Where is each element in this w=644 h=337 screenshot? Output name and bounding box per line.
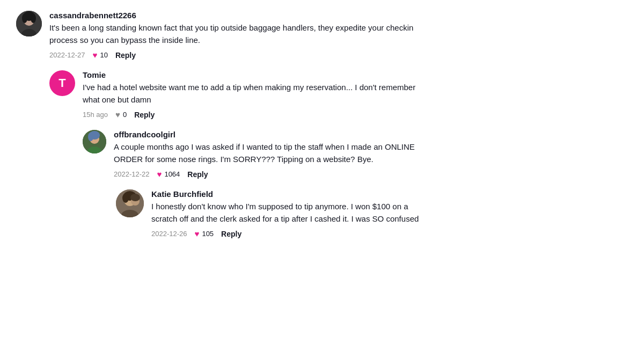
comment-meta-tomie: 15h ago ♥ 0 Reply (83, 110, 435, 119)
comment-text-tomie: I've had a hotel website want me to add … (83, 82, 435, 106)
comment-thread: cassandrabennett2266 It's been a long st… (16, 11, 435, 238)
heart-icon-offbrand[interactable]: ♥ (157, 170, 162, 179)
comment-date-offbrand: 2022-12-22 (114, 170, 150, 178)
comment-text-cassandra: It's been a long standing known fact tha… (49, 22, 435, 46)
comment-date-katie: 2022-12-26 (151, 230, 187, 238)
comment-likes-cassandra: ♥ 10 (93, 50, 108, 60)
avatar-cassandra (16, 11, 42, 36)
reply-button-tomie[interactable]: Reply (134, 111, 155, 119)
heart-icon-cassandra[interactable]: ♥ (93, 50, 98, 60)
svg-point-3 (22, 13, 27, 23)
comment-meta-katie: 2022-12-26 ♥ 105 Reply (151, 229, 435, 238)
reply-button-cassandra[interactable]: Reply (115, 51, 136, 60)
username-tomie: Tomie (83, 70, 435, 79)
like-count-cassandra: 10 (100, 51, 107, 59)
comment-text-offbrand: A couple months ago I was asked if I wan… (114, 141, 435, 165)
comment-offbrand: offbrandcoolgirl A couple months ago I w… (83, 130, 435, 179)
avatar-initial-tomie: T (58, 76, 65, 90)
comment-date-cassandra: 2022-12-27 (49, 51, 85, 59)
svg-point-16 (130, 194, 140, 201)
comment-body-tomie: Tomie I've had a hotel website want me t… (83, 70, 435, 119)
comment-body-katie: Katie Burchfield I honestly don't know w… (151, 189, 435, 238)
username-offbrand: offbrandcoolgirl (114, 130, 435, 139)
comment-meta-cassandra: 2022-12-27 ♥ 10 Reply (49, 50, 435, 60)
reply-button-katie[interactable]: Reply (221, 230, 241, 238)
like-count-offbrand: 1064 (164, 170, 180, 178)
comment-body-cassandra: cassandrabennett2266 It's been a long st… (49, 11, 435, 60)
like-count-katie: 105 (202, 230, 214, 238)
comment-body-offbrand: offbrandcoolgirl A couple months ago I w… (114, 130, 435, 179)
comment-text-katie: I honestly don't know who I'm supposed t… (151, 201, 435, 225)
username-cassandra: cassandrabennett2266 (49, 11, 435, 20)
comment-likes-katie: ♥ 105 (195, 229, 214, 238)
avatar-offbrand (83, 130, 106, 153)
svg-point-4 (31, 13, 36, 23)
like-count-tomie: 0 (123, 111, 127, 119)
username-katie: Katie Burchfield (151, 189, 435, 199)
avatar-katie (116, 189, 144, 217)
heart-icon-katie[interactable]: ♥ (195, 229, 200, 238)
reply-button-offbrand[interactable]: Reply (187, 170, 208, 179)
comment-likes-tomie: ♥ 0 (115, 110, 127, 119)
comment-tomie: T Tomie I've had a hotel website want me… (49, 70, 435, 119)
svg-point-14 (122, 193, 129, 203)
comment-meta-offbrand: 2022-12-22 ♥ 1064 Reply (114, 170, 435, 179)
comment-date-tomie: 15h ago (83, 111, 108, 119)
comment-cassandra: cassandrabennett2266 It's been a long st… (16, 11, 435, 60)
avatar-tomie: T (49, 70, 75, 96)
svg-point-9 (88, 133, 93, 141)
heart-icon-tomie[interactable]: ♥ (115, 110, 120, 119)
comment-likes-offbrand: ♥ 1064 (157, 170, 180, 179)
comment-katie: Katie Burchfield I honestly don't know w… (116, 189, 435, 238)
